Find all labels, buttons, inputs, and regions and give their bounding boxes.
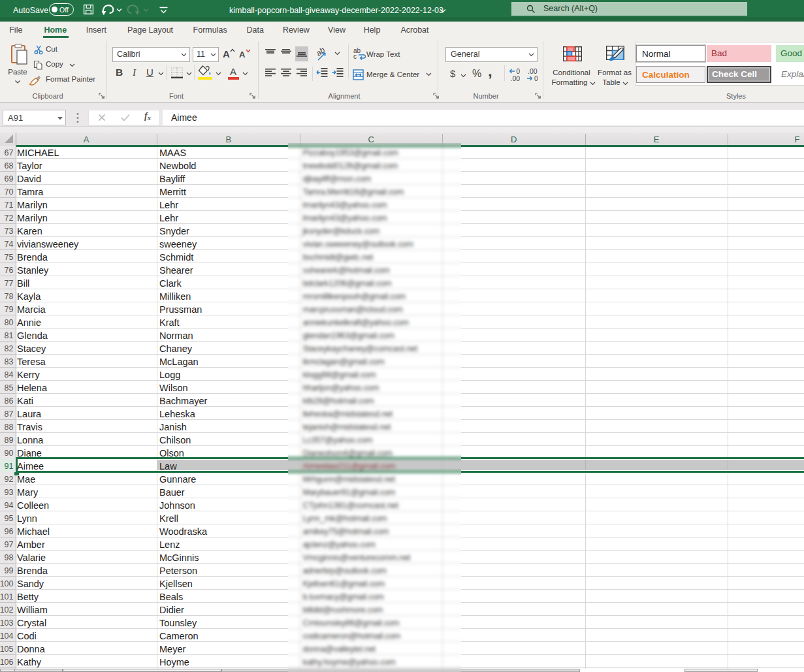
svg-text:.00: .00 bbox=[528, 68, 538, 75]
svg-text:.00: .00 bbox=[511, 74, 521, 82]
svg-text:0: 0 bbox=[534, 75, 538, 82]
